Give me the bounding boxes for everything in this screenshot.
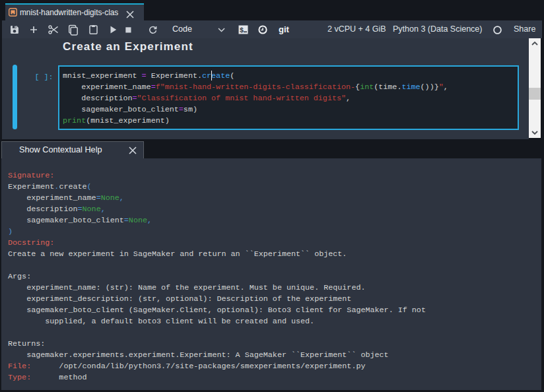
svg-text:$: $ [240,27,244,34]
